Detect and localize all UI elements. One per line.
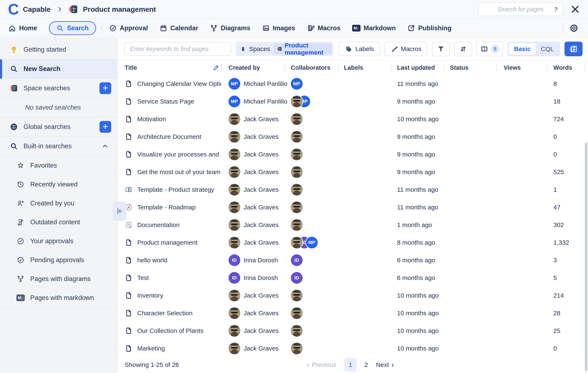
collaborator-avatar[interactable] (291, 113, 303, 125)
page-title[interactable]: Our Collection of Plants (137, 327, 203, 334)
spaces-filter[interactable]: Spaces Product management (236, 42, 334, 56)
table-row[interactable]: Visualize your processes and st Jack Gra… (118, 145, 588, 163)
page-title[interactable]: Product management (137, 239, 198, 246)
page-title[interactable]: Character Selection (137, 310, 192, 317)
settings-gear-icon[interactable] (569, 24, 580, 33)
capable-logo-icon[interactable]: C (8, 2, 18, 17)
nav-item-home[interactable]: Home (8, 24, 37, 32)
column-header-views[interactable]: Views (504, 64, 553, 71)
sidebar-collapse-button[interactable] (113, 201, 126, 221)
page-title[interactable]: Service Status Page (137, 98, 194, 105)
add-space-search-button[interactable]: + (99, 82, 111, 94)
next-page-button[interactable]: Next › (376, 361, 394, 369)
table-row[interactable]: Documentation Jack Graves 1 month ago 30… (118, 216, 588, 234)
column-header-labels[interactable]: Labels (344, 64, 397, 71)
sidebar-item-pending-approvals[interactable]: Pending approvals (0, 251, 117, 269)
creator-avatar[interactable] (229, 307, 240, 319)
macros-filter-button[interactable]: Macros (384, 42, 427, 56)
edit-title-column-icon[interactable] (213, 64, 220, 72)
column-header-status[interactable]: Status (450, 64, 504, 71)
page-title[interactable]: hello world (137, 257, 167, 264)
chevron-up-icon[interactable] (102, 143, 109, 150)
creator-avatar[interactable] (229, 184, 240, 196)
table-row[interactable]: Marketing Jack Graves 10 months ago 0 (118, 340, 588, 357)
column-divider[interactable] (585, 64, 585, 71)
table-row[interactable]: Template - Roadmap Jack Graves 11 months… (118, 198, 588, 216)
table-row[interactable]: Motivation Jack Graves 10 months ago 724 (118, 110, 588, 128)
page-title[interactable]: Changing Calendar View Option (137, 80, 221, 87)
sidebar-item-getting-started[interactable]: Getting started (0, 40, 117, 59)
page-2-button[interactable]: 2 (365, 361, 368, 368)
creator-avatar[interactable] (229, 342, 240, 354)
vertical-scrollbar[interactable] (585, 143, 587, 371)
collaborator-avatar[interactable] (291, 166, 303, 178)
collaborator-avatar[interactable]: ID (291, 254, 303, 266)
close-icon[interactable] (570, 4, 580, 14)
labels-filter-button[interactable]: Labels (339, 42, 380, 56)
page-title[interactable]: Template - Product strategy (137, 186, 214, 193)
column-divider[interactable] (221, 64, 222, 71)
collaborator-avatar[interactable] (291, 96, 303, 107)
column-divider[interactable] (338, 64, 338, 71)
mode-cql-option[interactable]: CQL (536, 43, 559, 55)
table-row[interactable]: Architecture Document Jack Graves 9 mont… (118, 128, 588, 145)
table-row[interactable]: hello world ID Irina Dorosh ID 6 months … (118, 252, 588, 269)
space-filter-chip[interactable]: Product management (273, 43, 332, 55)
nav-item-diagrams[interactable]: Diagrams (210, 24, 250, 32)
column-header-collaborators[interactable]: Collaborators (291, 64, 344, 71)
creator-avatar[interactable] (229, 131, 240, 143)
collaborator-avatar[interactable] (291, 219, 303, 231)
column-divider[interactable] (547, 64, 547, 71)
page-title[interactable]: Get the most out of your team s (137, 168, 221, 176)
table-row[interactable]: Inventory Jack Graves 10 months ago 214 (118, 287, 588, 304)
nav-item-calendar[interactable]: Calendar (160, 24, 198, 32)
creator-avatar[interactable]: ID (229, 254, 240, 266)
page-title[interactable]: Template - Roadmap (137, 204, 196, 211)
sidebar-item-created-by-you[interactable]: Created by you (0, 194, 117, 213)
collaborator-avatar[interactable]: ID (291, 272, 303, 284)
columns-button[interactable]: 8 (476, 42, 503, 56)
collaborator-avatar[interactable]: MP (291, 78, 303, 90)
creator-avatar[interactable] (229, 290, 240, 301)
sidebar-item-recently-viewed[interactable]: Recently viewed (0, 175, 117, 194)
nav-item-search[interactable]: Search (49, 21, 96, 35)
column-divider[interactable] (391, 64, 392, 71)
filter-button[interactable] (432, 42, 450, 56)
collaborator-avatar[interactable] (291, 184, 303, 196)
table-row[interactable]: Product management Jack Graves IDMP 8 mo… (118, 234, 588, 252)
nav-item-markdown[interactable]: M↓ Markdown (352, 24, 396, 32)
save-search-button[interactable] (565, 42, 583, 56)
column-header-created-by[interactable]: Created by (229, 64, 291, 71)
sidebar-item-outdated-content[interactable]: Outdated content (0, 213, 117, 232)
sidebar-item-global-searches[interactable]: Global searches + (0, 117, 117, 137)
sidebar-item-favorites[interactable]: Favorites (0, 156, 117, 175)
creator-avatar[interactable] (229, 166, 240, 178)
collaborator-avatar[interactable] (291, 307, 303, 319)
collaborator-avatar[interactable] (291, 342, 303, 354)
page-title[interactable]: Inventory (137, 292, 163, 299)
creator-avatar[interactable] (229, 113, 240, 125)
previous-page-button[interactable]: ‹ Previous (307, 361, 336, 369)
column-header-words[interactable]: Words (553, 64, 588, 71)
page-title[interactable]: Visualize your processes and st (137, 151, 221, 158)
nav-item-publishing[interactable]: Publishing (408, 24, 452, 32)
page-title[interactable]: Test (137, 274, 149, 281)
sidebar-item-built-in-searches[interactable]: Built-in searches (0, 137, 117, 156)
page-1-button[interactable]: 1 (344, 358, 357, 372)
table-row[interactable]: Our Collection of Plants Jack Graves 10 … (118, 322, 588, 340)
collaborator-avatar[interactable] (291, 201, 303, 213)
creator-avatar[interactable]: ID (229, 272, 240, 284)
table-row[interactable]: Test ID Irina Dorosh ID 6 months ago 5 (118, 269, 588, 287)
sort-button[interactable] (454, 42, 472, 56)
creator-avatar[interactable] (229, 201, 240, 213)
page-title[interactable]: Marketing (137, 345, 165, 352)
add-global-search-button[interactable]: + (99, 121, 111, 133)
page-search-input[interactable] (478, 3, 562, 16)
creator-avatar[interactable] (229, 325, 240, 337)
column-header-last-updated[interactable]: Last updated (397, 64, 450, 71)
column-divider[interactable] (285, 64, 285, 71)
nav-item-images[interactable]: Images (262, 24, 295, 32)
nav-item-approval[interactable]: Approval (109, 24, 148, 32)
page-title[interactable]: Motivation (137, 116, 166, 123)
table-row[interactable]: Character Selection Jack Graves 10 month… (118, 304, 588, 322)
